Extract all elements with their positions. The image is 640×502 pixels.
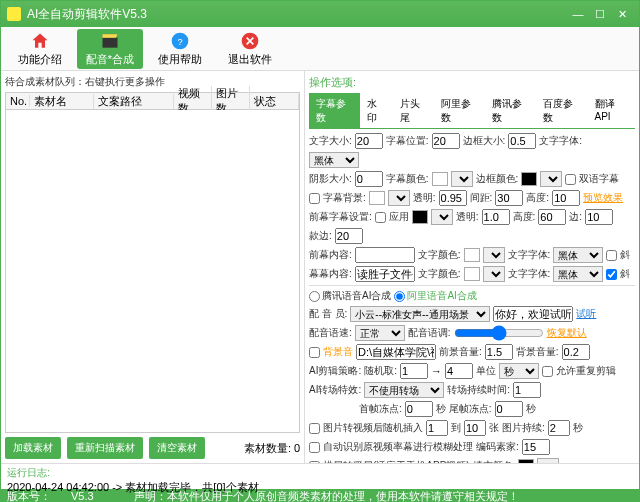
fg-vol-input[interactable] <box>485 344 513 360</box>
tab-translate[interactable]: 翻译API <box>588 93 635 128</box>
clear-button[interactable]: 清空素材 <box>149 437 205 459</box>
sub-color-select[interactable] <box>451 171 473 187</box>
font-select[interactable]: 黑体 <box>309 152 359 168</box>
preview-link[interactable]: 预览效果 <box>583 191 623 205</box>
help-icon: ? <box>170 31 190 51</box>
tab-watermark[interactable]: 水印 <box>360 93 393 128</box>
border-color-select[interactable] <box>540 171 562 187</box>
tab-baidu[interactable]: 百度参数 <box>536 93 587 128</box>
minimize-button[interactable]: — <box>567 5 589 23</box>
speed-select[interactable]: 正常 <box>355 325 405 341</box>
voice-select[interactable]: 小云--标准女声--通用场景 <box>350 306 490 322</box>
shadow-input[interactable] <box>355 171 383 187</box>
svg-rect-0 <box>103 37 118 47</box>
statusbar: 版本号：V5.3 声明：本软件仅用于个人原创音频类素材的处理，使用本软件请遵守相… <box>1 489 639 502</box>
sub-color-swatch[interactable] <box>432 172 448 186</box>
radio-ali[interactable] <box>394 291 405 302</box>
bgm-check[interactable] <box>309 347 320 358</box>
apply-check[interactable] <box>375 212 386 223</box>
radio-tencent[interactable] <box>309 291 320 302</box>
transition-select[interactable]: 不使用转场 <box>364 382 444 398</box>
font-size-input[interactable] <box>355 133 383 149</box>
height-input[interactable] <box>552 190 580 206</box>
close-button[interactable]: ✕ <box>611 5 633 23</box>
window-title: AI全自动剪辑软件V5.3 <box>27 6 567 23</box>
bgm-path-input[interactable] <box>356 344 436 360</box>
app-icon <box>7 7 21 21</box>
material-list[interactable] <box>5 110 300 433</box>
pre-content-input[interactable] <box>355 247 415 263</box>
tone-slider[interactable] <box>454 325 544 341</box>
nav-help[interactable]: ? 使用帮助 <box>147 29 213 69</box>
tab-subtitle[interactable]: 字幕参数 <box>309 93 360 128</box>
sub-bg-swatch[interactable] <box>369 191 385 205</box>
try-link[interactable]: 试听 <box>576 307 596 321</box>
options-title: 操作选项: <box>309 75 635 90</box>
tab-headtail[interactable]: 片头尾 <box>393 93 435 128</box>
nav-exit[interactable]: 退出软件 <box>217 29 283 69</box>
nav-compose[interactable]: 配音*合成 <box>77 29 143 69</box>
nav-intro[interactable]: 功能介绍 <box>7 29 73 69</box>
margin-input[interactable] <box>495 190 523 206</box>
bg-vol-input[interactable] <box>562 344 590 360</box>
sub-pos-input[interactable] <box>432 133 460 149</box>
sub-bg-check[interactable] <box>309 193 320 204</box>
rescan-button[interactable]: 重新扫描素材 <box>67 437 143 459</box>
dual-sub-check[interactable] <box>565 174 576 185</box>
log-title: 运行日志: <box>7 466 633 480</box>
option-tabs: 字幕参数 水印 片头尾 阿里参数 腾讯参数 百度参数 翻译API <box>309 93 635 129</box>
load-button[interactable]: 加载素材 <box>5 437 61 459</box>
svg-text:?: ? <box>177 37 182 47</box>
home-icon <box>30 31 50 51</box>
tab-tencent[interactable]: 腾讯参数 <box>485 93 536 128</box>
exit-icon <box>240 31 260 51</box>
list-header: No. 素材名 文案路径 视频数 图片数 状态 <box>5 92 300 110</box>
restore-link[interactable]: 恢复默认 <box>547 326 587 340</box>
tab-ali[interactable]: 阿里参数 <box>434 93 485 128</box>
border-color-swatch[interactable] <box>521 172 537 186</box>
opacity-input[interactable] <box>439 190 467 206</box>
post-content-input[interactable] <box>355 266 415 282</box>
maximize-button[interactable]: ☐ <box>589 5 611 23</box>
border-input[interactable] <box>508 133 536 149</box>
sample-input[interactable] <box>493 306 573 322</box>
queue-hint: 待合成素材队列：右键执行更多操作 <box>5 75 300 89</box>
clapper-icon <box>100 31 120 51</box>
